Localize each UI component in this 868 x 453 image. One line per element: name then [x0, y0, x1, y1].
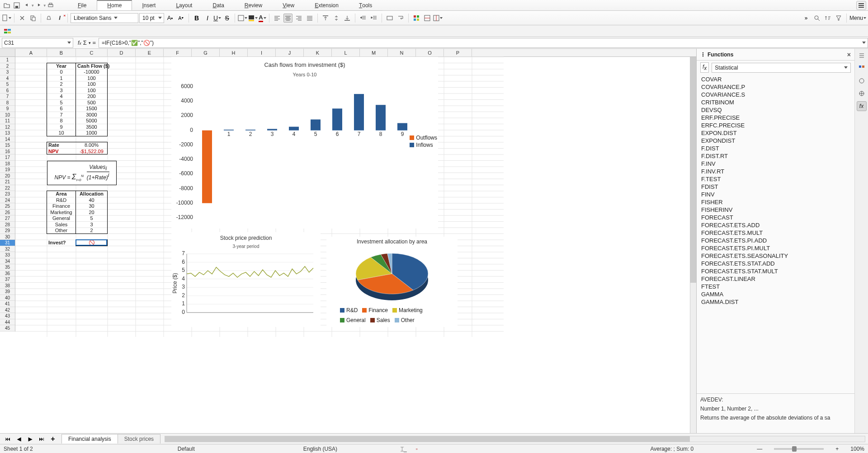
row-header[interactable]: 41	[0, 301, 15, 307]
row-header[interactable]: 3	[0, 69, 15, 75]
insert-row-icon[interactable]	[423, 14, 432, 23]
fn-item[interactable]: EXPON.DIST	[700, 129, 851, 137]
row-header[interactable]: 25	[0, 203, 15, 210]
copy-icon[interactable]	[28, 14, 38, 23]
fn-item[interactable]: DEVSQ	[700, 106, 851, 114]
add-sheet-icon[interactable]: +	[48, 434, 57, 444]
undo-icon[interactable]	[22, 1, 31, 10]
redo-icon[interactable]	[34, 1, 43, 10]
clone-format-icon[interactable]	[44, 14, 53, 23]
cell[interactable]: 5	[76, 215, 107, 221]
col-header[interactable]: O	[416, 49, 444, 56]
fn-item[interactable]: COVARIANCE.S	[700, 91, 851, 98]
fn-item[interactable]: GAMMA	[700, 290, 851, 298]
cell[interactable]: Marketing	[47, 210, 75, 215]
hscrollbar[interactable]	[165, 436, 865, 442]
row-header[interactable]: 1	[0, 57, 15, 63]
cell[interactable]: 10	[47, 130, 75, 136]
cell[interactable]: General	[47, 215, 75, 221]
menu-tab-extension[interactable]: Extension	[305, 0, 349, 10]
fn-item[interactable]: FORECAST.ETS.SEASONALITY	[700, 252, 851, 260]
first-sheet-icon[interactable]: ⏮	[3, 434, 12, 444]
fn-item[interactable]: FINV	[700, 191, 851, 198]
formula-input[interactable]: =IF(C16>0,"✅","🚫")	[99, 38, 868, 48]
cell[interactable]: 3500	[76, 124, 107, 130]
col-header[interactable]: M	[360, 49, 388, 56]
fn-item[interactable]: FISHERINV	[700, 206, 851, 214]
col-header[interactable]: H	[220, 49, 248, 56]
last-sheet-icon[interactable]: ⏭	[37, 434, 46, 444]
row-header[interactable]: 31	[0, 240, 15, 246]
row-header[interactable]: 12	[0, 124, 15, 131]
fn-item[interactable]: FORECAST.LINEAR	[700, 275, 851, 283]
menu-tab-review[interactable]: Review	[235, 0, 273, 10]
cell[interactable]: 30	[76, 203, 107, 209]
cell[interactable]: 1500	[76, 106, 107, 112]
sort-asc-icon[interactable]	[823, 14, 832, 23]
cell[interactable]: -10000	[76, 69, 107, 75]
row-header[interactable]: 40	[0, 295, 15, 301]
cell[interactable]: 100	[76, 81, 107, 87]
cell[interactable]: 500	[76, 100, 107, 106]
row-header[interactable]: 45	[0, 325, 15, 332]
vscrollbar[interactable]	[690, 57, 696, 433]
row-header[interactable]: 18	[0, 161, 15, 167]
toolbar-menu-icon[interactable]	[856, 1, 866, 10]
align-justify-icon[interactable]	[305, 14, 314, 23]
fn-category-combo[interactable]: Statistical	[712, 63, 851, 73]
equals-icon[interactable]: =	[92, 39, 96, 46]
indent-dec-icon[interactable]	[369, 14, 378, 23]
row-header[interactable]: 16	[0, 149, 15, 155]
fn-item[interactable]: FISHER	[700, 198, 851, 206]
row-header[interactable]: 17	[0, 154, 15, 161]
fn-item[interactable]: F.DIST.RT	[700, 152, 851, 160]
cell[interactable]: R&D	[47, 197, 75, 203]
row-header[interactable]: 22	[0, 185, 15, 191]
row-header[interactable]: 23	[0, 191, 15, 197]
shrink-font-icon[interactable]: A▾	[176, 14, 185, 23]
cell[interactable]: Invest?	[47, 240, 75, 246]
font-color-icon[interactable]: A	[259, 14, 266, 22]
side-properties-icon[interactable]	[857, 51, 867, 61]
print-icon[interactable]	[46, 1, 55, 10]
col-header[interactable]: I	[248, 49, 276, 56]
cell[interactable]: Rate	[47, 142, 75, 148]
cell[interactable]: Cash Flow ($)	[76, 63, 107, 69]
row-header[interactable]: 44	[0, 319, 15, 326]
chart-bar[interactable]: Cash flows from investment ($) Years 0-1…	[171, 57, 438, 229]
sheet-tab[interactable]: Stock prices	[118, 434, 160, 444]
chart-pie[interactable]: Investment allocation by area R&DFinance…	[326, 237, 458, 327]
styles-icon[interactable]	[3, 27, 12, 36]
row-header[interactable]: 37	[0, 276, 15, 283]
cell[interactable]: 8	[47, 118, 75, 124]
col-header[interactable]: E	[136, 49, 164, 56]
align-center-icon[interactable]	[283, 14, 292, 23]
col-header[interactable]: N	[388, 49, 416, 56]
cond-fmt-icon[interactable]	[412, 14, 421, 23]
open-icon[interactable]	[2, 1, 11, 10]
row-header[interactable]: 8	[0, 100, 15, 106]
cell[interactable]: 20	[76, 210, 107, 215]
row-header[interactable]: 20	[0, 173, 15, 179]
row-header[interactable]: 11	[0, 118, 15, 124]
col-header[interactable]: L	[332, 49, 360, 56]
row-header[interactable]: 9	[0, 106, 15, 112]
cell[interactable]: 9	[47, 124, 75, 130]
fn-item[interactable]: F.INV.RT	[700, 168, 851, 175]
row-header[interactable]: 26	[0, 210, 15, 216]
bold-icon[interactable]: B	[192, 14, 201, 23]
valign-top-icon[interactable]	[321, 14, 330, 23]
row-header[interactable]: 39	[0, 289, 15, 295]
cell[interactable]: 2	[47, 81, 75, 87]
grow-font-icon[interactable]: A▴	[165, 14, 175, 23]
row-header[interactable]: 34	[0, 258, 15, 265]
merge-icon[interactable]	[385, 14, 394, 23]
row-header[interactable]: 38	[0, 283, 15, 289]
cell[interactable]: NPV	[47, 149, 75, 154]
cut-icon[interactable]	[18, 14, 27, 23]
row-header[interactable]: 5	[0, 81, 15, 88]
menu-tab-data[interactable]: Data	[203, 0, 234, 10]
new-doc-icon[interactable]	[2, 14, 11, 22]
cell[interactable]: 5	[47, 100, 75, 106]
row-header[interactable]: 28	[0, 222, 15, 228]
